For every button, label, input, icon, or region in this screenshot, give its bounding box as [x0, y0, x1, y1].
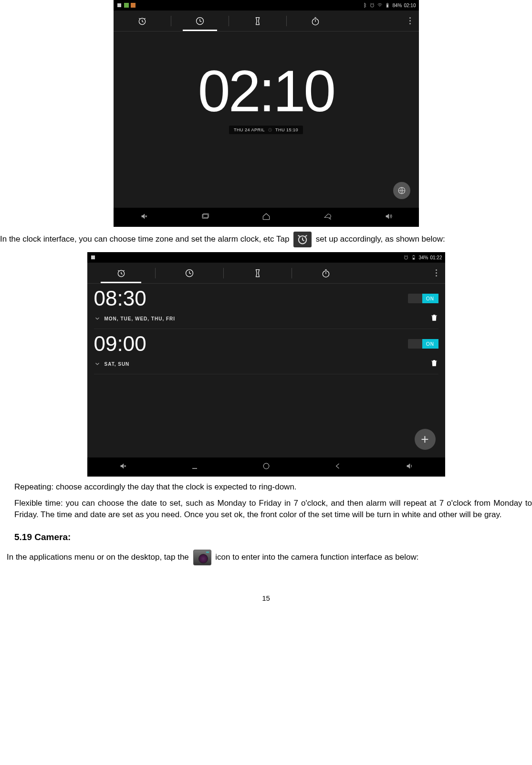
clock-time: 02:10 [114, 58, 419, 125]
tab-alarm[interactable] [114, 11, 171, 31]
delete-alarm-icon[interactable] [430, 359, 438, 369]
alarm-days: SAT, SUN [104, 361, 130, 367]
alarm-days: MON, TUE, WED, THU, FRI [104, 316, 176, 321]
alarm-item[interactable]: 09:00 ON SAT, SUN [94, 329, 438, 374]
notif-icon [116, 2, 122, 8]
recent-apps-icon[interactable] [200, 212, 210, 223]
section-heading-camera: 5.19 Camera: [14, 532, 532, 542]
svg-rect-3 [387, 3, 388, 4]
tab-timer[interactable] [229, 11, 286, 31]
world-clock-button[interactable] [393, 182, 410, 199]
alarm-status-icon [369, 2, 375, 8]
tab-stopwatch[interactable] [287, 11, 344, 31]
page-number: 15 [0, 594, 532, 602]
notif-icon [124, 3, 129, 8]
battery-icon [411, 255, 417, 260]
vol-down-icon[interactable] [118, 461, 128, 473]
status-bar: 34% 01:22 [87, 252, 445, 263]
status-bar: 84% 02:10 [114, 0, 419, 11]
tab-timer[interactable] [224, 263, 292, 283]
vol-up-icon[interactable] [384, 212, 393, 223]
svg-rect-16 [413, 255, 414, 256]
svg-rect-4 [387, 4, 388, 7]
wifi-icon [377, 2, 383, 8]
svg-point-7 [313, 19, 319, 25]
camera-app-icon [193, 550, 211, 565]
battery-icon [385, 2, 390, 8]
alarm-tab-icon [293, 232, 312, 247]
vol-down-icon[interactable] [139, 212, 149, 223]
para-repeating: Repeating: choose accordingly the day th… [0, 481, 532, 493]
clock-screenshot: 84% 02:10 02:1 [114, 0, 419, 227]
back-icon[interactable] [333, 461, 343, 473]
clock-tabs [87, 263, 445, 284]
svg-point-1 [371, 4, 374, 7]
alarm-time: 08:30 [94, 287, 146, 310]
home-icon[interactable] [261, 461, 271, 473]
tab-clock[interactable] [156, 263, 223, 283]
home-icon[interactable] [261, 212, 271, 223]
bluetooth-icon [362, 2, 367, 8]
status-time: 01:22 [430, 255, 442, 260]
overflow-menu[interactable] [402, 17, 419, 24]
recent-apps-icon[interactable] [190, 461, 199, 473]
date-main: THU 24 APRIL [234, 128, 265, 132]
tab-clock[interactable] [171, 11, 229, 31]
svg-point-14 [405, 256, 408, 259]
chevron-down-icon[interactable] [94, 315, 101, 322]
nav-bar [114, 208, 419, 227]
para-clock-intro: In the clock interface, you can choose t… [0, 232, 532, 247]
notif-icon [90, 255, 96, 260]
alarm-screenshot: 34% 01:22 [87, 252, 445, 477]
date-alt: THU 15:10 [275, 128, 298, 132]
overflow-menu[interactable] [428, 269, 445, 276]
delete-alarm-icon[interactable] [430, 313, 438, 324]
alarm-item[interactable]: 08:30 ON MON, TUE, WED, THU, FRI [94, 284, 438, 329]
status-time: 02:10 [404, 3, 416, 8]
battery-pct: 34% [418, 255, 428, 260]
svg-rect-0 [117, 3, 121, 7]
chevron-down-icon[interactable] [94, 361, 101, 367]
add-alarm-button[interactable]: + [415, 429, 436, 450]
back-icon[interactable] [323, 212, 332, 223]
alarm-toggle[interactable]: ON [408, 339, 438, 349]
tab-stopwatch[interactable] [292, 263, 360, 283]
svg-rect-17 [413, 258, 415, 259]
clock-date: THU 24 APRIL THU 15:10 [229, 126, 303, 134]
para-camera-intro: In the applications menu or on the deskt… [0, 550, 532, 565]
notif-icon [131, 3, 136, 8]
battery-pct: 84% [392, 3, 402, 8]
nav-bar [87, 457, 445, 477]
alarm-toggle[interactable]: ON [408, 294, 438, 303]
alarm-status-icon [403, 255, 409, 260]
svg-rect-13 [91, 255, 95, 259]
para-flexible-time: Flexible time: you can choose the date t… [0, 498, 532, 521]
vol-up-icon[interactable] [405, 461, 414, 473]
svg-point-21 [263, 463, 269, 469]
clock-tabs [114, 11, 419, 32]
tab-alarm[interactable] [87, 263, 155, 283]
alarm-time: 09:00 [94, 332, 146, 356]
